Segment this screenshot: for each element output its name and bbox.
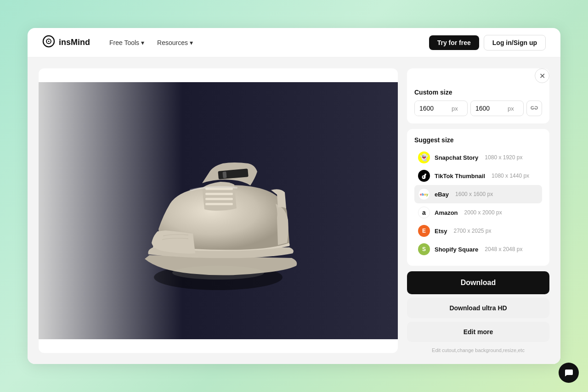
- platform-icon: ebay: [418, 188, 430, 200]
- shoe-image-wrapper: [39, 82, 398, 339]
- width-unit: px: [452, 101, 462, 116]
- edit-more-button[interactable]: Edit more: [407, 322, 549, 342]
- platform-size: 2000 x 2000 px: [464, 209, 502, 216]
- platform-size: 1080 x 1920 px: [485, 154, 522, 161]
- suggest-items-list: 👻 Snapchat Story 1080 x 1920 px TikTok T…: [414, 148, 542, 258]
- platform-size: 2700 x 2025 px: [453, 228, 491, 234]
- platform-size: 1600 x 1600 px: [455, 191, 493, 197]
- right-panel: ✕ Custom size px px: [407, 68, 549, 353]
- resources-label: Resources: [157, 39, 188, 46]
- suggest-item[interactable]: S Shopify Square 2048 x 2048 px: [414, 240, 542, 258]
- svg-point-10: [172, 266, 264, 280]
- close-button[interactable]: ✕: [535, 68, 549, 83]
- logo: insMind: [42, 35, 90, 50]
- nav-actions: Try for free Log in/Sign up: [429, 35, 546, 50]
- nav-links: Free Tools ▾ Resources ▾: [105, 36, 414, 49]
- suggest-item[interactable]: TikTok Thumbnail 1080 x 1440 px: [414, 167, 542, 185]
- logo-icon: [42, 35, 55, 50]
- chevron-down-icon-2: ▾: [190, 39, 193, 46]
- chevron-down-icon: ▾: [141, 39, 144, 46]
- platform-icon: S: [418, 243, 430, 255]
- svg-rect-6: [205, 198, 233, 200]
- platform-name: Amazon: [435, 209, 458, 216]
- free-tools-label: Free Tools: [109, 39, 139, 46]
- platform-icon: E: [418, 225, 430, 237]
- svg-rect-5: [205, 193, 233, 195]
- suggest-size-title: Suggest size: [414, 136, 542, 144]
- platform-icon: [418, 170, 430, 182]
- download-hd-button[interactable]: Download ultra HD: [407, 298, 549, 318]
- brand-name: insMind: [59, 38, 90, 47]
- chat-support-button[interactable]: [559, 363, 579, 383]
- platform-name: Shopify Square: [435, 246, 478, 253]
- svg-point-2: [48, 41, 50, 42]
- try-for-free-button[interactable]: Try for free: [429, 35, 479, 50]
- svg-rect-7: [205, 203, 233, 205]
- platform-name: Etsy: [435, 228, 447, 235]
- platform-name: Snapchat Story: [435, 154, 478, 161]
- height-input-wrapper: px: [470, 101, 524, 116]
- content-area: ✕ Custom size px px: [28, 57, 560, 364]
- suggest-size-section: Suggest size 👻 Snapchat Story 1080 x 192…: [407, 129, 549, 266]
- suggest-item[interactable]: E Etsy 2700 x 2025 px: [414, 222, 542, 240]
- width-input-wrapper: px: [414, 101, 468, 116]
- edit-hint: Edit cutout,change background,resize,etc: [407, 347, 549, 353]
- platform-size: 1080 x 1440 px: [492, 173, 529, 179]
- platform-name: TikTok Thumbnail: [435, 173, 485, 179]
- resources-menu[interactable]: Resources ▾: [153, 36, 198, 49]
- action-buttons: Download Download ultra HD Edit more Edi…: [407, 271, 549, 353]
- suggest-item[interactable]: 👻 Snapchat Story 1080 x 1920 px: [414, 148, 542, 167]
- navbar: insMind Free Tools ▾ Resources ▾ Try for…: [28, 28, 560, 57]
- custom-size-title: Custom size: [414, 89, 542, 96]
- image-panel: [39, 68, 398, 353]
- suggest-item[interactable]: a Amazon 2000 x 2000 px: [414, 203, 542, 222]
- platform-icon: 👻: [418, 151, 430, 163]
- platform-size: 2048 x 2048 px: [485, 246, 522, 252]
- size-inputs: px px: [414, 101, 542, 116]
- free-tools-menu[interactable]: Free Tools ▾: [105, 36, 149, 49]
- suggest-item[interactable]: ebay eBay 1600 x 1600 px: [414, 185, 542, 203]
- height-unit: px: [508, 101, 518, 116]
- login-button[interactable]: Log in/Sign up: [484, 35, 546, 50]
- link-dimensions-button[interactable]: [526, 101, 542, 116]
- shoe-illustration: [99, 112, 338, 309]
- download-button[interactable]: Download: [407, 271, 549, 294]
- height-input[interactable]: [471, 101, 508, 116]
- custom-size-section: Custom size px px: [407, 68, 549, 123]
- platform-name: eBay: [435, 191, 449, 198]
- svg-rect-9: [222, 172, 226, 179]
- width-input[interactable]: [415, 101, 452, 116]
- platform-icon: a: [418, 207, 430, 218]
